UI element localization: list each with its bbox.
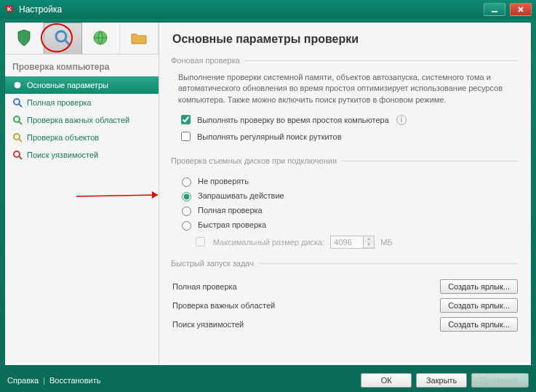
app-icon: K (4, 4, 15, 15)
group-background-scan: Фоновая проверка Выполнение проверки сис… (172, 56, 518, 146)
spinner-up: ▲ (364, 236, 374, 242)
radio-label: Не проверять (198, 177, 249, 185)
radio-quick-row[interactable]: Быстрая проверка (178, 219, 518, 231)
checkbox-idle-scan[interactable] (181, 115, 191, 124)
svg-line-4 (65, 40, 69, 44)
radio-label: Быстрая проверка (198, 220, 266, 229)
minimize-button[interactable] (484, 3, 505, 16)
update-tab[interactable] (82, 23, 121, 54)
window-title: Настройка (19, 4, 484, 15)
nav-vulnerability[interactable]: Поиск уязвимостей (5, 146, 159, 164)
footer-buttons: ОК Закрыть Применить (361, 373, 529, 388)
task-row-vuln: Поиск уязвимостей Создать ярлык... (172, 317, 518, 332)
nav-list: Основные параметры Полная проверка Прове… (5, 76, 159, 164)
nav-item-label: Проверка объектов (27, 133, 99, 142)
protection-tab[interactable] (5, 23, 44, 54)
group-legend: Проверка съемных дисков при подключении (171, 156, 341, 165)
sidebar: Проверка компьютера Основные параметры П… (5, 23, 159, 365)
checkbox-rootkit[interactable] (181, 132, 191, 141)
tabstrip (5, 23, 159, 55)
restore-link[interactable]: Восстановить (49, 376, 100, 385)
settings-window: K Настройка Прове (0, 0, 536, 392)
max-size-row: Максимальный размер диска: ▲▼ МБ (193, 235, 518, 249)
help-link[interactable]: Справка (7, 376, 39, 385)
checkbox-rootkit-row[interactable]: Выполнять регулярный поиск руткитов (178, 129, 518, 143)
nav-important-areas[interactable]: Проверка важных областей (5, 111, 159, 129)
close-button[interactable] (510, 3, 532, 16)
group-legend: Быстрый запуск задач (171, 259, 258, 268)
svg-line-10 (19, 121, 22, 124)
max-size-spinner: ▲▼ (330, 236, 375, 249)
nav-item-label: Проверка важных областей (27, 116, 129, 124)
spinner-buttons: ▲▼ (363, 236, 374, 248)
task-row-important: Проверка важных областей Создать ярлык..… (172, 298, 518, 313)
radio-label: Запрашивать действие (198, 191, 284, 200)
nav-objects-scan[interactable]: Проверка объектов (5, 129, 159, 146)
content-panel: Основные параметры проверки Фоновая пров… (159, 23, 531, 365)
apply-button[interactable]: Применить (471, 373, 529, 388)
checkbox-idle-scan-row[interactable]: Выполнять проверку во время простоя комп… (178, 113, 518, 127)
radio-full-row[interactable]: Полная проверка (178, 204, 518, 216)
group-legend: Фоновая проверка (171, 56, 244, 65)
shield-icon (16, 28, 32, 49)
separator: | (43, 376, 45, 385)
max-size-input (331, 236, 363, 248)
spinner-down: ▼ (364, 242, 374, 248)
dot-icon (12, 80, 23, 90)
radio-label: Полная проверка (198, 206, 263, 215)
globe-icon (92, 29, 109, 48)
svg-line-8 (19, 104, 22, 107)
max-size-label: Максимальный размер диска: (213, 238, 324, 247)
svg-line-12 (19, 139, 22, 142)
group-quick-launch: Быстрый запуск задач Полная проверка Соз… (172, 259, 518, 336)
create-shortcut-button[interactable]: Создать ярлык... (440, 298, 518, 313)
svg-point-11 (14, 134, 20, 140)
scan-tab[interactable] (44, 23, 82, 54)
nav-item-label: Основные параметры (27, 81, 108, 89)
task-label: Поиск уязвимостей (172, 320, 244, 329)
titlebar: K Настройка (0, 0, 536, 19)
group-removable-scan: Проверка съемных дисков при подключении … (172, 156, 518, 249)
task-row-full: Полная проверка Создать ярлык... (172, 279, 518, 294)
nav-item-label: Поиск уязвимостей (27, 151, 98, 159)
close-footer-button[interactable]: Закрыть (416, 373, 467, 388)
magnifier-red-icon (12, 150, 23, 160)
folder-icon (130, 30, 148, 47)
footer-links: Справка | Восстановить (7, 376, 361, 385)
footer: Справка | Восстановить ОК Закрыть Примен… (0, 369, 536, 392)
ok-button[interactable]: ОК (361, 373, 412, 388)
task-label: Полная проверка (172, 282, 237, 291)
magnifier-icon (53, 28, 72, 49)
svg-point-6 (15, 82, 20, 88)
create-shortcut-button[interactable]: Создать ярлык... (440, 317, 518, 332)
info-icon[interactable]: i (396, 115, 407, 125)
radio-full[interactable] (182, 207, 191, 216)
svg-rect-2 (492, 11, 497, 12)
radio-quick[interactable] (182, 221, 191, 231)
nav-main-params[interactable]: Основные параметры (5, 76, 159, 94)
magnifier-yellow-icon (12, 132, 23, 143)
svg-line-14 (19, 156, 22, 159)
checkbox-label: Выполнять регулярный поиск руткитов (197, 132, 341, 141)
radio-no-scan-row[interactable]: Не проверять (178, 175, 518, 187)
nav-item-label: Полная проверка (27, 98, 92, 107)
window-body: Проверка компьютера Основные параметры П… (4, 22, 532, 366)
radio-no-scan[interactable] (182, 177, 191, 187)
checkbox-max-size (196, 237, 205, 247)
svg-point-13 (14, 151, 20, 157)
radio-ask[interactable] (182, 192, 191, 201)
create-shortcut-button[interactable]: Создать ярлык... (440, 279, 518, 294)
svg-point-9 (14, 116, 20, 122)
magnifier-blue-icon (12, 97, 23, 108)
task-label: Проверка важных областей (172, 301, 275, 310)
page-title: Основные параметры проверки (172, 33, 518, 46)
nav-full-scan[interactable]: Полная проверка (5, 94, 159, 111)
background-scan-description: Выполнение проверки системной памяти, об… (178, 72, 518, 105)
magnifier-green-icon (12, 115, 23, 125)
misc-tab[interactable] (120, 23, 159, 54)
max-size-unit: МБ (380, 238, 392, 247)
svg-point-7 (14, 99, 20, 105)
radio-ask-row[interactable]: Запрашивать действие (178, 190, 518, 201)
sidebar-section-title: Проверка компьютера (5, 55, 159, 76)
checkbox-label: Выполнять проверку во время простоя комп… (197, 116, 389, 124)
